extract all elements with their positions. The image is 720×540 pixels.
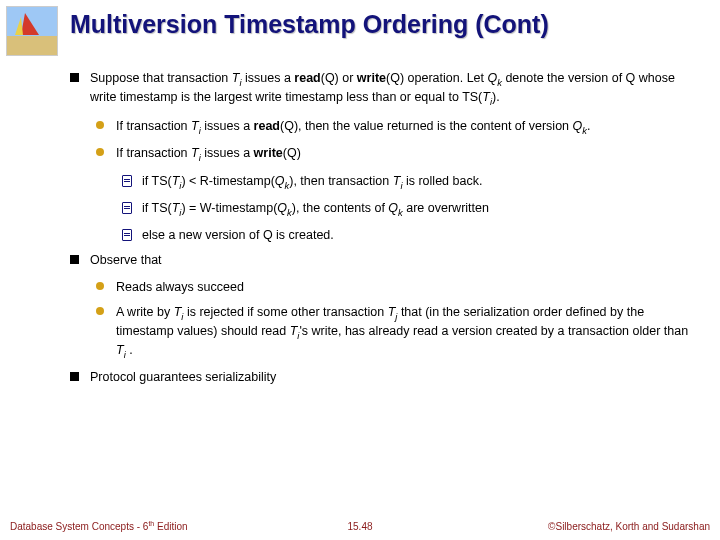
footer-copyright: ©Silberschatz, Korth and Sudarshan	[548, 521, 710, 532]
bullet-1b2: if TS(Ti) = W-timestamp(Qk), the content…	[70, 200, 690, 219]
bullet-1b3: else a new version of Q is created.	[70, 227, 690, 244]
disc-bullet-icon	[96, 121, 104, 129]
text: Reads always succeed	[116, 280, 244, 294]
text: if TS(Ti) = W-timestamp(Qk), the content…	[142, 201, 489, 215]
text: else a new version of Q is created.	[142, 228, 334, 242]
text: If transaction Ti issues a write(Q)	[116, 146, 301, 160]
square-bullet-icon	[70, 73, 79, 82]
text: Suppose that transaction Ti issues a rea…	[90, 71, 675, 104]
note-bullet-icon	[122, 175, 132, 187]
note-bullet-icon	[122, 229, 132, 241]
bullet-1b1: if TS(Ti) < R-timestamp(Qk), then transa…	[70, 173, 690, 192]
disc-bullet-icon	[96, 282, 104, 290]
disc-bullet-icon	[96, 307, 104, 315]
text: Observe that	[90, 253, 162, 267]
bullet-1a: If transaction Ti issues a read(Q), then…	[70, 118, 690, 137]
text: Protocol guarantees serializability	[90, 370, 276, 384]
bullet-1b: If transaction Ti issues a write(Q)	[70, 145, 690, 164]
bullet-2a: Reads always succeed	[70, 279, 690, 296]
bullet-1: Suppose that transaction Ti issues a rea…	[70, 70, 690, 108]
bullet-2: Observe that	[70, 252, 690, 269]
text: A write by Ti is rejected if some other …	[116, 305, 688, 357]
square-bullet-icon	[70, 372, 79, 381]
text: If transaction Ti issues a read(Q), then…	[116, 119, 590, 133]
note-bullet-icon	[122, 202, 132, 214]
slide-logo	[6, 6, 58, 56]
disc-bullet-icon	[96, 148, 104, 156]
slide-title: Multiversion Timestamp Ordering (Cont)	[70, 10, 710, 39]
slide-content: Suppose that transaction Ti issues a rea…	[70, 70, 690, 396]
square-bullet-icon	[70, 255, 79, 264]
text: if TS(Ti) < R-timestamp(Qk), then transa…	[142, 174, 482, 188]
bullet-2b: A write by Ti is rejected if some other …	[70, 304, 690, 361]
bullet-3: Protocol guarantees serializability	[70, 369, 690, 386]
slide: Multiversion Timestamp Ordering (Cont) S…	[0, 0, 720, 540]
